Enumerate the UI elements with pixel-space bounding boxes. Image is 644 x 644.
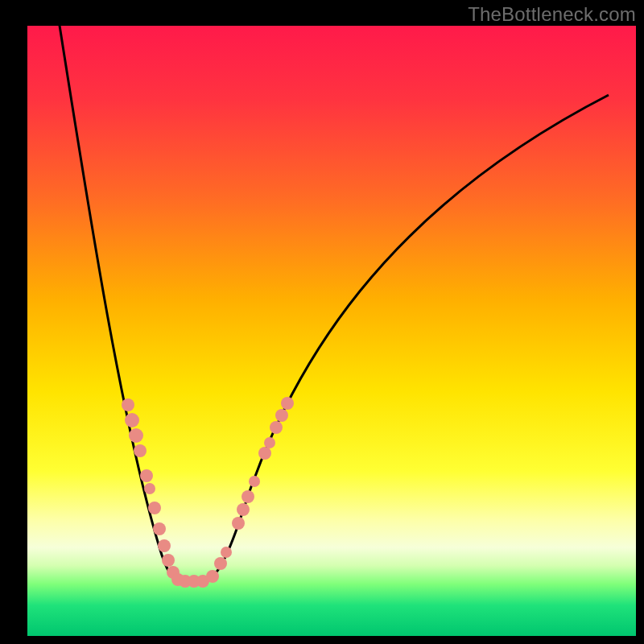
data-marker <box>122 398 134 411</box>
data-marker <box>221 547 232 558</box>
data-marker <box>249 476 260 487</box>
data-marker <box>232 517 245 530</box>
data-marker <box>275 409 288 422</box>
data-marker <box>242 490 254 503</box>
data-marker <box>140 469 153 482</box>
data-marker <box>148 502 161 514</box>
data-marker <box>264 437 275 448</box>
data-marker <box>144 483 155 494</box>
data-marker <box>162 554 175 567</box>
data-markers <box>122 397 294 588</box>
data-marker <box>134 444 147 457</box>
plot-area <box>27 26 636 636</box>
data-marker <box>206 570 219 583</box>
data-marker <box>237 503 250 516</box>
data-marker <box>258 447 271 460</box>
data-marker <box>129 428 143 443</box>
data-marker <box>281 397 294 410</box>
chart-frame: TheBottleneck.com <box>0 0 644 644</box>
data-marker <box>125 413 139 427</box>
curve-layer <box>27 26 636 636</box>
attribution-label: TheBottleneck.com <box>468 3 636 26</box>
bottleneck-curve <box>56 26 609 581</box>
data-marker <box>270 421 283 434</box>
data-marker <box>153 522 166 535</box>
data-marker <box>214 557 227 570</box>
data-marker <box>158 539 171 552</box>
